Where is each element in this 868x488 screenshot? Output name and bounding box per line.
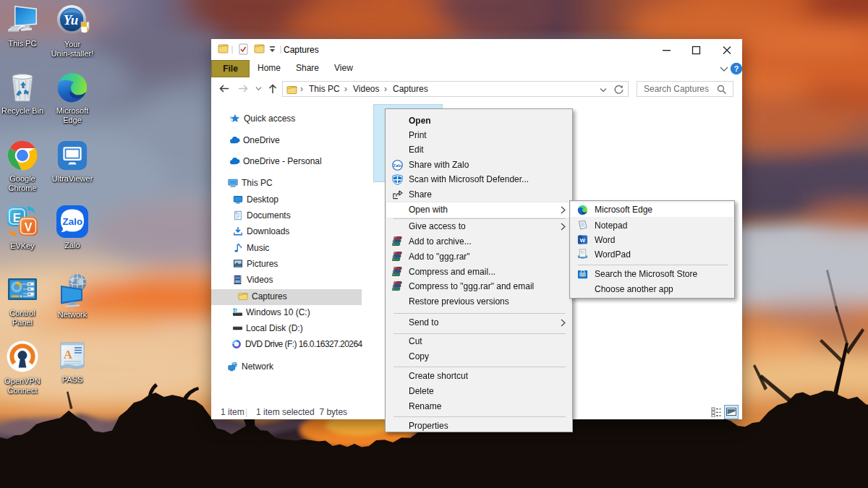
svg-text:Zalo: Zalo bbox=[393, 163, 402, 167]
svg-text:V: V bbox=[25, 221, 33, 234]
svg-text:Zalo: Zalo bbox=[63, 216, 83, 227]
svg-text:?: ? bbox=[734, 64, 739, 73]
svg-text:W: W bbox=[580, 237, 586, 244]
svg-text:Yu: Yu bbox=[64, 12, 78, 27]
svg-text:A: A bbox=[64, 348, 73, 361]
